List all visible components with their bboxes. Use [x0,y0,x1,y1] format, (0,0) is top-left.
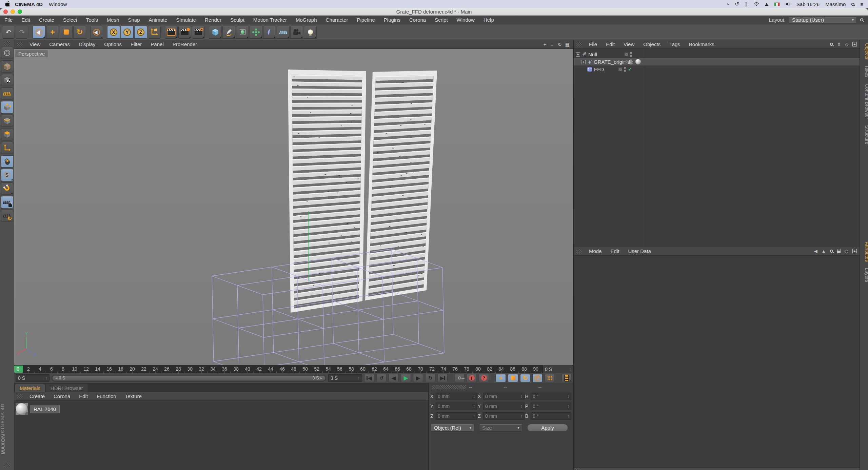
add-deformer-button[interactable] [263,26,276,39]
visibility-dots[interactable] [630,59,632,64]
add-environment-button[interactable] [277,26,290,39]
menu-window[interactable]: Window [452,17,479,23]
render-picture-viewer-button[interactable] [178,26,191,39]
add-light-button[interactable] [304,26,317,39]
undo-button[interactable]: ↶ [2,26,15,39]
history-back-icon[interactable]: ◀ [814,249,817,254]
coordinate-system-button[interactable] [148,26,161,39]
points-mode-button[interactable] [1,101,13,113]
size-y-input[interactable]: 0 mm↕ [483,403,525,410]
edges-mode-button[interactable] [1,115,13,127]
record-rotation-toggle[interactable]: ↻ [520,374,530,382]
object-name[interactable]: FFD [594,66,604,72]
mat-menu-create[interactable]: Create [25,393,49,399]
om-menu-bookmarks[interactable]: Bookmarks [685,41,719,47]
render-view-button[interactable] [165,26,178,39]
size-x-input[interactable]: 0 mm↕ [483,393,525,400]
menu-corona[interactable]: Corona [405,17,430,23]
redo-button[interactable]: ↷ [16,26,28,39]
wifi-icon[interactable] [754,1,759,7]
macos-app-menu[interactable]: CINEMA 4D [15,1,43,7]
menu-script[interactable]: Script [430,17,452,23]
position-y-input[interactable]: 0 mm↕ [436,403,477,410]
visibility-dots[interactable] [630,52,632,57]
material-preview-sphere[interactable] [16,403,28,415]
coordinates-grip[interactable] [432,385,466,389]
history-forward-icon[interactable]: ▲ [822,249,826,254]
attr-add-icon[interactable]: + [852,249,857,253]
current-frame-input[interactable]: 0 S↕ [16,374,50,382]
add-modeling-object-button[interactable] [250,26,262,39]
menu-file[interactable]: File [0,17,17,23]
layout-search-icon[interactable] [860,18,863,21]
viewport-camera-label[interactable]: Perspective [15,50,48,57]
soft-selection-button[interactable]: S [1,169,13,181]
rotate-tool[interactable]: ↻ [73,26,86,39]
attr-lock-icon[interactable] [837,251,841,253]
vp-menu-view[interactable]: View [25,41,45,47]
macos-window-menu[interactable]: Window [49,1,67,7]
zoom-view-icon[interactable]: ↔ [550,42,554,47]
polygons-mode-button[interactable] [1,128,13,140]
rotation-p-input[interactable]: 0 °↕ [531,403,571,410]
live-selection-tool[interactable] [33,26,45,39]
toggle-views-icon[interactable]: ▦ [565,42,570,47]
size-z-input[interactable]: 0 mm↕ [483,412,525,420]
point-level-animation-toggle[interactable] [545,374,555,382]
om-grip[interactable] [576,42,582,46]
pan-view-icon[interactable]: + [544,42,546,47]
record-parameter-toggle[interactable]: P [532,374,542,382]
menu-motion-tracker[interactable]: Motion Tracker [249,17,291,23]
menu-select[interactable]: Select [59,17,82,23]
attr-menu-userdata[interactable]: User Data [624,248,655,254]
record-position-toggle[interactable]: + [496,374,506,382]
add-subdivision-surface-button[interactable] [236,26,249,39]
layer-square-icon[interactable] [618,67,622,71]
position-z-input[interactable]: 0 mm↕ [436,412,477,420]
workplane-mode-button[interactable] [1,87,13,100]
menu-simulate[interactable]: Simulate [172,17,200,23]
record-scale-toggle[interactable] [508,374,518,382]
tab-objects[interactable]: Objects [861,40,868,62]
object-name[interactable]: Null [588,52,597,57]
end-frame-input[interactable]: 3 S↕ [328,374,362,382]
tab-structure[interactable]: Structure [861,122,868,148]
menu-mesh[interactable]: Mesh [102,17,124,23]
tab-attributes[interactable]: Attributes [861,239,868,265]
record-keyframe-button[interactable] [454,374,465,382]
previous-key-button[interactable]: ↺ [376,374,387,382]
layer-square-icon[interactable] [625,53,628,56]
play-button[interactable]: ▶ [401,374,411,382]
lock-workplane-button[interactable] [1,196,13,208]
tab-content-browser[interactable]: Content Browser [861,81,868,122]
attr-target-icon[interactable]: ◎ [845,249,848,254]
menubar-clock[interactable]: Sab 16:26 [796,1,820,7]
attr-search-icon[interactable] [830,250,833,253]
layer-square-icon[interactable] [625,60,628,64]
coordinate-mode-dropdown[interactable]: Object (Rel)▾ [431,424,474,432]
menu-edit[interactable]: Edit [17,17,35,23]
menu-sculpt[interactable]: Sculpt [226,17,249,23]
menu-character[interactable]: Character [321,17,353,23]
texture-mode-button[interactable] [1,74,13,86]
visibility-dots[interactable] [624,67,626,72]
timeline-options-button[interactable] [561,374,572,382]
volume-icon[interactable] [786,1,791,7]
apply-button[interactable]: Apply [527,424,568,432]
menu-create[interactable]: Create [35,17,59,23]
mat-menu-corona[interactable]: Corona [49,393,75,399]
vp-menu-display[interactable]: Display [74,41,100,47]
attr-menu-mode[interactable]: Mode [585,248,606,254]
last-tool-used[interactable] [90,26,103,39]
time-machine-icon[interactable]: ↺ [735,1,739,7]
timeline-range-slider[interactable]: ◂ 0 S 3 S ▸ [52,375,326,381]
tab-hdri-browser[interactable]: HDRI Browser [46,384,88,392]
om-menu-tags[interactable]: Tags [665,41,685,47]
layout-dropdown[interactable]: Startup (User)▾ [789,17,857,23]
viewport-grip[interactable] [17,42,22,46]
palette-bottom-grip[interactable] [4,463,10,467]
tab-materials[interactable]: Materials [15,384,45,392]
menu-plugins[interactable]: Plugins [379,17,405,23]
palette-grip[interactable] [4,41,10,45]
menubar-user[interactable]: Massimo [825,1,846,7]
